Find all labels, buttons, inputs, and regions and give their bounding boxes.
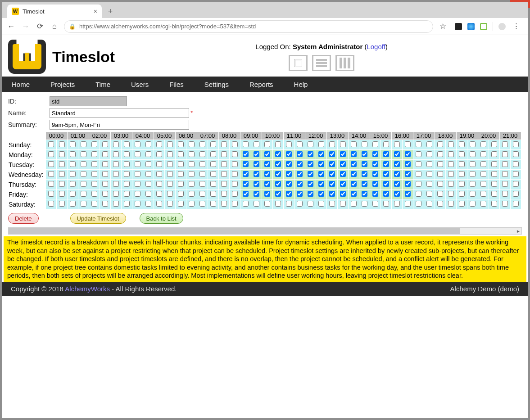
timeslot-checkbox[interactable] [275,161,281,167]
timeslot-checkbox[interactable] [243,191,249,197]
timeslot-cell[interactable] [283,150,294,160]
timeslot-checkbox[interactable] [286,161,292,167]
timeslot-cell[interactable] [348,170,359,180]
timeslot-checkbox[interactable] [383,151,389,157]
timeslot-checkbox[interactable] [124,201,130,207]
timeslot-checkbox[interactable] [59,161,65,167]
timeslot-checkbox[interactable] [189,181,195,187]
menu-item-time[interactable]: Time [95,81,110,88]
timeslot-cell[interactable] [208,150,218,160]
timeslot-checkbox[interactable] [372,181,378,187]
timeslot-checkbox[interactable] [426,191,432,197]
timeslot-checkbox[interactable] [416,141,421,147]
timeslot-checkbox[interactable] [383,201,389,207]
timeslot-checkbox[interactable] [145,191,151,197]
timeslot-checkbox[interactable] [91,151,97,157]
timeslot-cell[interactable] [45,150,56,160]
timeslot-cell[interactable] [100,180,110,190]
timeslot-cell[interactable] [175,180,186,190]
timeslot-checkbox[interactable] [275,201,281,207]
timeslot-checkbox[interactable] [351,181,357,187]
timeslot-checkbox[interactable] [70,161,76,167]
timeslot-cell[interactable] [262,150,272,160]
timeslot-cell[interactable] [316,190,326,199]
timeslot-cell[interactable] [348,199,359,209]
menu-item-reports[interactable]: Reports [249,81,273,88]
timeslot-checkbox[interactable] [513,141,519,147]
timeslot-cell[interactable] [413,180,424,190]
timeslot-checkbox[interactable] [448,191,454,197]
timeslot-checkbox[interactable] [264,201,270,207]
timeslot-cell[interactable] [478,199,489,209]
timeslot-cell[interactable] [89,199,100,209]
timeslot-cell[interactable] [316,140,326,150]
timeslot-checkbox[interactable] [102,191,108,197]
timeslot-cell[interactable] [348,150,359,160]
timeslot-cell[interactable] [240,160,251,170]
timeslot-cell[interactable] [294,199,305,209]
timeslot-checkbox[interactable] [416,181,421,187]
timeslot-checkbox[interactable] [178,191,184,197]
timeslot-cell[interactable] [240,170,251,180]
timeslot-checkbox[interactable] [91,191,97,197]
timeslot-checkbox[interactable] [178,171,184,177]
timeslot-cell[interactable] [283,190,294,199]
timeslot-checkbox[interactable] [264,181,270,187]
timeslot-cell[interactable] [175,150,186,160]
timeslot-cell[interactable] [348,140,359,150]
timeslot-checkbox[interactable] [437,201,443,207]
timeslot-cell[interactable] [283,199,294,209]
timeslot-cell[interactable] [229,150,240,160]
timeslot-cell[interactable] [370,150,381,160]
timeslot-cell[interactable] [489,170,499,180]
timeslot-cell[interactable] [121,190,132,199]
timeslot-checkbox[interactable] [156,191,162,197]
timeslot-checkbox[interactable] [243,161,249,167]
bookmark-star-icon[interactable]: ☆ [438,22,448,32]
timeslot-checkbox[interactable] [426,201,432,207]
timeslot-checkbox[interactable] [264,151,270,157]
timeslot-cell[interactable] [445,160,456,170]
timeslot-checkbox[interactable] [297,201,303,207]
timeslot-checkbox[interactable] [480,171,486,177]
timeslot-cell[interactable] [251,150,262,160]
timeslot-checkbox[interactable] [232,191,238,197]
timeslot-checkbox[interactable] [491,181,497,187]
timeslot-cell[interactable] [435,180,445,190]
timeslot-cell[interactable] [164,150,175,160]
timeslot-cell[interactable] [370,199,381,209]
timeslot-checkbox[interactable] [59,181,65,187]
timeslot-checkbox[interactable] [124,151,130,157]
timeslot-checkbox[interactable] [135,141,140,147]
timeslot-cell[interactable] [186,160,197,170]
timeslot-checkbox[interactable] [232,161,238,167]
timeslot-cell[interactable] [413,150,424,160]
timeslot-checkbox[interactable] [513,181,519,187]
timeslot-cell[interactable] [316,170,326,180]
timeslot-checkbox[interactable] [70,181,76,187]
timeslot-cell[interactable] [164,180,175,190]
timeslot-checkbox[interactable] [199,201,205,207]
timeslot-cell[interactable] [251,180,262,190]
timeslot-checkbox[interactable] [199,191,205,197]
timeslot-cell[interactable] [499,170,510,180]
timeslot-cell[interactable] [121,180,132,190]
timeslot-cell[interactable] [370,160,381,170]
timeslot-cell[interactable] [478,170,489,180]
profile-avatar-icon[interactable] [498,23,506,30]
timeslot-checkbox[interactable] [405,161,411,167]
timeslot-checkbox[interactable] [437,181,443,187]
view-mode-list-icon[interactable] [312,55,331,71]
timeslot-checkbox[interactable] [178,181,184,187]
timeslot-cell[interactable] [186,199,197,209]
timeslot-checkbox[interactable] [329,191,335,197]
timeslot-cell[interactable] [305,160,316,170]
timeslot-cell[interactable] [359,140,370,150]
timeslot-checkbox[interactable] [491,141,497,147]
timeslot-checkbox[interactable] [178,141,184,147]
timeslot-checkbox[interactable] [135,201,140,207]
timeslot-checkbox[interactable] [91,201,97,207]
timeslot-checkbox[interactable] [405,191,411,197]
timeslot-cell[interactable] [100,199,110,209]
timeslot-cell[interactable] [154,199,164,209]
